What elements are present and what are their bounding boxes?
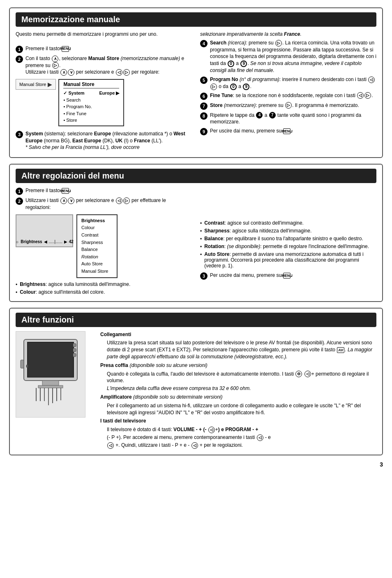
num-0-5-icon: 0 [230, 84, 237, 90]
step-8-content: Ripetere le tappe da 4 a 7 tante volte q… [210, 112, 376, 126]
nav-left-icon: ◁ [116, 69, 122, 76]
step-1-memorizzazione: 1 Premere il tasto MENU. [16, 45, 192, 53]
step-7-content: Store (memorizzare): premere su ▷. Il pr… [210, 102, 376, 109]
menu-icon-reg-1: MENU [62, 188, 69, 194]
bullet-rotation: • Rotation: (se disponibile): permette d… [200, 244, 376, 250]
step-5-memorizzazione: 5 Program No (n° di programma): inserire… [200, 76, 376, 90]
bullet-dot-autostore: • [200, 252, 202, 258]
page-number: 3 [9, 461, 383, 468]
step-9-memorizzazione: 9 Per uscire dai menu, premere su MENU. [200, 128, 376, 135]
menu-header: Manual Store [63, 81, 119, 88]
menu-item-store: • Store [63, 117, 119, 124]
menu-arrow: ▶ [48, 81, 52, 88]
step-6-memorizzazione: 6 Fine Tune: se la ricezione non è soddi… [200, 92, 376, 100]
funzioni-content: Collegamenti Utilizzare la presa scart s… [100, 331, 376, 450]
nav-right-6-icon: ▷ [364, 92, 371, 99]
menu-icon-1: MENU [62, 46, 69, 52]
nav-right-5-icon: ▷ [210, 84, 217, 90]
step-5-content: Program No (n° di programma): inserire i… [210, 76, 376, 90]
tasti-text3: ◁ +. Quindi, utilizzare i tasti - P + e … [107, 442, 376, 449]
step-8-memorizzazione: 8 Ripetere le tappe da 4 a 7 tante volte… [200, 112, 376, 126]
step-reg-3-content: Per uscire dai menu, premere su MENU. [210, 272, 376, 279]
brightness-label-inner: Brightness [21, 239, 42, 244]
tasti-text2: (- P +). Per accedere ai menu, premere c… [107, 434, 376, 441]
bullet-contrast: • Contrast: agisce sul contrasto dell'im… [200, 220, 376, 226]
bm-balance: Balance [81, 246, 113, 253]
step-9-content: Per uscire dai menu, premere su MENU. [210, 128, 376, 135]
step-reg-1-content: Premere il tasto MENU. [25, 187, 192, 194]
tasti-section: I tasti del televisore Il televisore è d… [100, 418, 376, 448]
step-num-2: 2 [16, 56, 23, 63]
section-altre-funzioni: Altre funzioni [9, 308, 383, 455]
menu-inner-box: Manual Store ✓ System Europe ▶ • Search … [58, 79, 124, 126]
section-title-altre-funzioni: Altre funzioni [16, 313, 376, 327]
bm-brightness: Brightness [81, 217, 113, 225]
menu-title: Manual Store [63, 81, 94, 87]
step-reg-num-3: 3 [200, 272, 208, 280]
amplificatore-text: Per il collegamento ad un sistema hi-fi,… [107, 402, 376, 416]
section-title-memorizzazione: Memorizzazione manuale [16, 12, 376, 27]
menu-icon-reg-3: MENU [283, 273, 291, 279]
section-altre-regolazioni: Altre regolazioni del menu 1 Premere il … [9, 164, 383, 302]
col-right-memorizzazione: selezionare imperativamente la scelta Fr… [200, 31, 376, 153]
bullet-dot-contrast: • [200, 221, 202, 226]
step-num-8: 8 [200, 112, 208, 120]
collegamenti-text: Utilizzare la presa scart situata sul la… [107, 339, 376, 360]
step-3-memorizzazione: 3 System (sistema): selezionare Europe (… [16, 130, 192, 151]
minus-icon: ⊖ [295, 371, 302, 377]
vol-icon: ◁ [208, 427, 215, 433]
nav-up-reg-icon: ∧ [60, 197, 67, 204]
tv-svg [20, 335, 81, 413]
tasto-vol-icon: ◁ [191, 442, 198, 449]
nav-left-5-icon: ◁ [368, 77, 375, 83]
num-9-5-icon: 9 [243, 84, 249, 90]
bullet-colour-text: Colour: agisce sull'intensità del colore… [20, 289, 105, 295]
step-1-regolazioni: 1 Premere il tasto MENU. [16, 187, 192, 195]
bullet-dot-rotation: • [200, 244, 202, 250]
collegamenti-section: Collegamenti Utilizzare la presa scart s… [100, 331, 376, 360]
svg-rect-8 [21, 360, 24, 368]
ref-4-icon: 4 [256, 112, 263, 118]
bullet-colour: • Colour: agisce sull'intensità del colo… [16, 289, 192, 295]
bm-autostore: Auto Store [81, 260, 113, 268]
menu-item-finetune: • Fine Tune [63, 110, 119, 117]
system-value: Europe ▶ [99, 90, 119, 97]
tv-image [16, 331, 85, 418]
menu-item-programno: • Program No. [63, 103, 119, 110]
col-left-memorizzazione: Questo menu permette di memorizzare i pr… [16, 31, 192, 153]
bm-colour: Colour [81, 224, 113, 232]
svg-rect-2 [42, 381, 59, 385]
nav-right-7-icon: ▷ [285, 102, 292, 109]
step-num-4: 4 [200, 40, 208, 47]
bullet-autostore-text: Auto Store: permette di avviare una memo… [204, 251, 376, 269]
bm-contrast: Contrast [81, 232, 113, 239]
svg-rect-3 [38, 385, 63, 388]
bullet-dot-colour: • [16, 290, 17, 295]
brightness-icon: ☼ [15, 239, 19, 244]
menu-diagram-manual-store: Manual Store ▶ Manual Store ✓ System Eur… [16, 79, 192, 126]
menu-outer-label: Manual Store [19, 82, 46, 87]
step-reg-num-1: 1 [16, 188, 23, 195]
step-num-1: 1 [16, 46, 23, 53]
system-label: ✓ System [63, 91, 84, 95]
col-right-altre-regolazioni: • Contrast: agisce sul contrasto dell'im… [200, 187, 376, 297]
brightness-arrow-left: ◀ [44, 239, 47, 244]
amplificatore-title: Amplificatore (disponibile solo su deter… [100, 394, 376, 401]
nav-right-icon: ▷ [52, 62, 59, 69]
step-6-content: Fine Tune: se la ricezione non è soddisf… [210, 92, 376, 99]
brightness-dots: .....|...... [49, 239, 62, 244]
brightness-arrow-right: ▶ [64, 239, 67, 244]
bullet-brightness-text: Brightness: agisce sulla luminosità dell… [20, 281, 130, 287]
brightness-slider-row: ☼ Brightness ◀ .....|...... ▶ 42 [16, 239, 72, 244]
presa-coffia-title: Presa coffia (disponibile solo su alcune… [100, 362, 376, 369]
speaker-icon: ◁ [304, 371, 311, 377]
step4-pre-text: selezionare imperativamente la scelta Fr… [200, 31, 376, 38]
nav-down-reg-icon: ∨ [68, 197, 74, 204]
presa-coffia-text1: Quando è collegata la cuffia, l'audio de… [107, 371, 376, 385]
intro-text: Questo menu permette di memorizzare i pr… [16, 31, 192, 38]
bullet-dot-balance: • [200, 236, 202, 242]
menu-item-system: ✓ System Europe ▶ [63, 90, 119, 97]
tasto-right-icon: ◁ [107, 442, 114, 449]
bullet-sharpness: • Sharpness: agisce sulla nitidezza dell… [200, 228, 376, 234]
step-2-regolazioni: 2 Utilizzare i tasti ∧∨ per selezionare … [16, 197, 192, 211]
